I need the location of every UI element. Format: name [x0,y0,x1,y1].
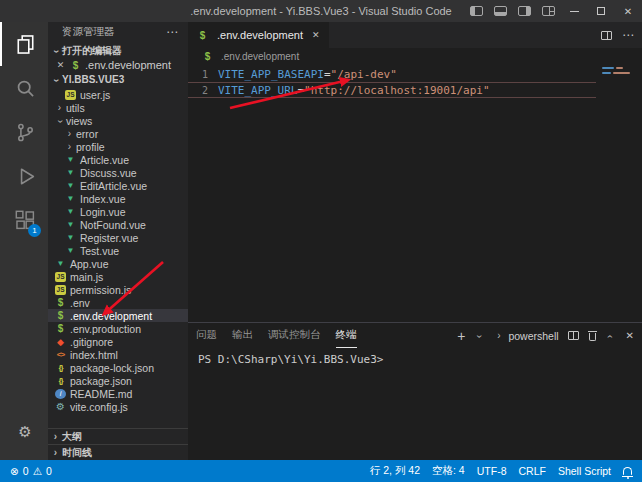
toggle-secondary-sidebar-icon[interactable] [518,6,531,16]
tree-item-package-lock.json[interactable]: {}package-lock.json [48,361,188,374]
activity-search-button[interactable] [0,66,48,110]
status-item[interactable]: Shell Script [558,465,611,477]
panel-tab-终端[interactable]: 终端 [336,323,357,348]
settings-button[interactable]: ⚙ [0,410,48,454]
code-line-2[interactable]: 2VITE_APP_URL="http://localhost:19001/ap… [188,82,596,98]
terminal-instance-powershell[interactable]: › powershell [494,330,558,342]
env-icon: $ [70,60,81,71]
panel-tab-问题[interactable]: 问题 [196,323,217,348]
tab-env-development[interactable]: $ .env.development ✕ [188,22,329,48]
tree-item-Register.vue[interactable]: ▼Register.vue [48,231,188,244]
tree-item-package.json[interactable]: {}package.json [48,374,188,387]
source-control-icon [15,122,36,143]
minimap-line [602,67,636,69]
tree-item-error[interactable]: ›error [48,127,188,140]
window-close-button[interactable]: ✕ [620,0,636,22]
tree-item-index.html[interactable]: <>index.html [48,348,188,361]
tree-item-Discuss.vue[interactable]: ▼Discuss.vue [48,166,188,179]
tree-item-Index.vue[interactable]: ▼Index.vue [48,192,188,205]
chevron-right-icon: › [55,103,64,113]
tree-item-profile[interactable]: ›profile [48,140,188,153]
gear-icon: ⚙ [18,423,31,441]
gear-icon: ⚙ [55,401,66,412]
close-icon[interactable]: ✕ [312,30,320,40]
tree-item-App.vue[interactable]: ▼App.vue [48,257,188,270]
activity-extensions-button[interactable]: 1 [0,198,48,242]
close-panel-icon[interactable]: ✕ [626,330,634,341]
shell-name: powershell [508,330,558,342]
notifications-bell-icon[interactable] [623,467,632,475]
toggle-panel-icon[interactable] [494,6,507,16]
html-icon: <> [55,349,66,360]
files-icon [15,34,36,55]
tree-item-.env.production[interactable]: $.env.production [48,322,188,335]
status-item[interactable]: CRLF [518,465,545,477]
tree-item-main.js[interactable]: JSmain.js [48,270,188,283]
tree-item-user.js[interactable]: JSuser.js [48,88,188,101]
tree-item-views[interactable]: ›views [48,114,188,127]
new-terminal-icon[interactable]: + [457,329,465,343]
maximize-panel-icon[interactable]: › [605,332,615,341]
maximize-button[interactable] [593,0,609,22]
sidebar-title: 资源管理器 [62,25,115,39]
status-item[interactable]: 空格: 4 [432,464,465,478]
code-editor[interactable]: 1VITE_APP_BASEAPI="/api-dev"2VITE_APP_UR… [188,64,642,322]
terminal-profile-dropdown-icon[interactable]: › [474,332,484,341]
tree-item-utils[interactable]: ›utils [48,101,188,114]
toggle-primary-sidebar-icon[interactable] [470,6,483,16]
tree-item-permission.js[interactable]: JSpermission.js [48,283,188,296]
activity-bar: 1 ⚙ [0,22,48,460]
warning-count: 0 [46,465,52,477]
activity-explorer-button[interactable] [0,22,48,66]
explorer-sidebar: 资源管理器 ⋯ › 打开的编辑器 ✕$.env.development › YI… [48,22,188,460]
maximize-icon [597,7,605,15]
status-item[interactable]: 行 2, 列 42 [370,464,420,478]
code-token: = [297,84,304,97]
editor-area: $ .env.development ✕ ⋯ $ .env.developmen… [188,22,642,460]
more-actions-icon[interactable]: ⋯ [166,25,179,39]
split-terminal-icon[interactable] [568,331,579,340]
project-root-header[interactable]: › YI.BBS.VUE3 [48,71,188,88]
file-tree: JSuser.js›utils›views›error›profile▼Arti… [48,88,188,413]
breadcrumb[interactable]: $ .env.development [188,48,642,64]
minimap[interactable] [596,64,642,322]
more-actions-icon[interactable]: ⋯ [622,28,634,42]
activity-source-control-button[interactable] [0,110,48,154]
tree-item-NotFound.vue[interactable]: ▼NotFound.vue [48,218,188,231]
section-outline[interactable]: ›大纲 [48,428,188,444]
panel-tab-输出[interactable]: 输出 [232,323,253,348]
tree-item-.env.development[interactable]: $.env.development [48,309,188,322]
panel-tab-调试控制台[interactable]: 调试控制台 [268,323,321,348]
kill-terminal-icon[interactable] [588,331,597,341]
status-item[interactable]: UTF-8 [477,465,507,477]
extensions-badge: 1 [28,224,41,237]
tree-item-.gitignore[interactable]: ◆.gitignore [48,335,188,348]
vue-icon: ▼ [65,193,76,204]
open-editor-item[interactable]: ✕$.env.development [48,59,188,71]
tree-item-Article.vue[interactable]: ▼Article.vue [48,153,188,166]
customize-layout-icon[interactable] [542,6,555,16]
tree-item-label: Discuss.vue [80,167,137,179]
open-editors-header[interactable]: › 打开的编辑器 [48,42,188,59]
section-timeline[interactable]: ›时间线 [48,444,188,460]
titlebar-actions: ✕ [470,0,636,22]
tree-item-label: .env [70,297,90,309]
close-icon[interactable]: ✕ [55,60,66,70]
split-editor-icon[interactable] [601,31,612,40]
code-line-1[interactable]: 1VITE_APP_BASEAPI="/api-dev" [188,66,642,82]
tree-item-label: .env.production [70,323,141,335]
tree-item-README.md[interactable]: iREADME.md [48,387,188,400]
tree-item-vite.config.js[interactable]: ⚙vite.config.js [48,400,188,413]
tree-item-.env[interactable]: $.env [48,296,188,309]
minimize-button[interactable] [566,0,582,22]
tree-item-Test.vue[interactable]: ▼Test.vue [48,244,188,257]
breadcrumb-file: .env.development [221,51,299,62]
tree-item-Login.vue[interactable]: ▼Login.vue [48,205,188,218]
tree-item-label: Register.vue [80,232,138,244]
activity-run-debug-button[interactable] [0,154,48,198]
tree-item-EditArticle.vue[interactable]: ▼EditArticle.vue [48,179,188,192]
terminal-output[interactable]: PS D:\CSharp\Yi\Yi.BBS.Vue3> [188,348,642,460]
env-icon: $ [197,30,208,41]
js-icon: JS [65,90,76,100]
problems-status[interactable]: ⊗ 0 ⚠ 0 [10,465,52,477]
